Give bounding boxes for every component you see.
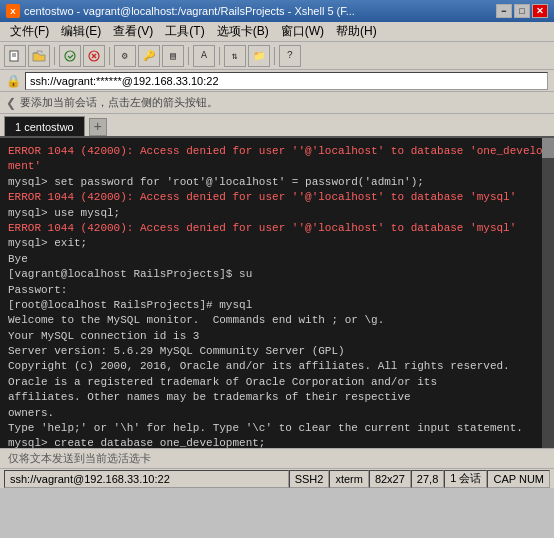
terminal-line: mysql> create database one_development; bbox=[8, 436, 546, 448]
terminal-line: mysql> set password for 'root'@'localhos… bbox=[8, 175, 546, 190]
key-button[interactable]: 🔑 bbox=[138, 45, 160, 67]
bottom-hint-bar: 仅将文本发送到当前选活选卡 bbox=[0, 448, 554, 468]
terminal-line: Bye bbox=[8, 252, 546, 267]
terminal-line: Copyright (c) 2000, 2016, Oracle and/or … bbox=[8, 359, 546, 374]
menu-bar: 文件(F) 编辑(E) 查看(V) 工具(T) 选项卡(B) 窗口(W) 帮助(… bbox=[0, 22, 554, 42]
address-input[interactable] bbox=[25, 72, 548, 90]
terminal-line: [vagrant@localhost RailsProjects]$ su bbox=[8, 267, 546, 282]
terminal-line: owners. bbox=[8, 406, 546, 421]
settings-button[interactable]: ⚙ bbox=[114, 45, 136, 67]
menu-view[interactable]: 查看(V) bbox=[107, 22, 159, 41]
font-button[interactable]: A bbox=[193, 45, 215, 67]
help-button[interactable]: ? bbox=[279, 45, 301, 67]
status-host: ssh://vagrant@192.168.33.10:22 bbox=[4, 470, 289, 488]
status-bar: ssh://vagrant@192.168.33.10:22 SSH2 xter… bbox=[0, 468, 554, 488]
tab-centostwo[interactable]: 1 centostwo bbox=[4, 116, 85, 136]
terminal-line: Oracle is a registered trademark of Orac… bbox=[8, 375, 546, 390]
status-caps: CAP NUM bbox=[487, 470, 550, 488]
terminal-line: mysql> exit; bbox=[8, 236, 546, 251]
window-title: centostwo - vagrant@localhost:/vagrant/R… bbox=[24, 5, 355, 17]
terminal-line: [root@localhost RailsProjects]# mysql bbox=[8, 298, 546, 313]
address-bar: 🔒 bbox=[0, 70, 554, 92]
toolbar-separator-5 bbox=[274, 47, 275, 65]
sftp-button[interactable]: ⇅ bbox=[224, 45, 246, 67]
hint-icon: ❮ bbox=[6, 96, 16, 110]
menu-tabs[interactable]: 选项卡(B) bbox=[211, 22, 275, 41]
toolbar-separator-2 bbox=[109, 47, 110, 65]
hint-bar: ❮ 要添加当前会话，点击左侧的箭头按钮。 bbox=[0, 92, 554, 114]
terminal-line: ERROR 1044 (42000): Access denied for us… bbox=[8, 144, 546, 159]
terminal[interactable]: ERROR 1044 (42000): Access denied for us… bbox=[0, 138, 554, 448]
hint-text: 要添加当前会话，点击左侧的箭头按钮。 bbox=[20, 95, 218, 110]
window-controls: − □ ✕ bbox=[496, 4, 548, 18]
menu-help[interactable]: 帮助(H) bbox=[330, 22, 383, 41]
toolbar: ⚙ 🔑 ▤ A ⇅ 📁 ? bbox=[0, 42, 554, 70]
address-icon: 🔒 bbox=[6, 74, 21, 88]
menu-file[interactable]: 文件(F) bbox=[4, 22, 55, 41]
minimize-button[interactable]: − bbox=[496, 4, 512, 18]
terminal-line: Type 'help;' or '\h' for help. Type '\c'… bbox=[8, 421, 546, 436]
menu-tools[interactable]: 工具(T) bbox=[159, 22, 210, 41]
tab-label: 1 centostwo bbox=[15, 121, 74, 133]
tab-add-button[interactable]: + bbox=[89, 118, 107, 136]
terminal-line: Your MySQL connection id is 3 bbox=[8, 329, 546, 344]
menu-edit[interactable]: 编辑(E) bbox=[55, 22, 107, 41]
status-term: xterm bbox=[329, 470, 369, 488]
terminal-scrollbar[interactable] bbox=[542, 138, 554, 448]
open-button[interactable] bbox=[28, 45, 50, 67]
terminal-content: ERROR 1044 (42000): Access denied for us… bbox=[8, 144, 546, 448]
bottom-hint-text: 仅将文本发送到当前选活选卡 bbox=[8, 451, 151, 466]
terminal-line: affiliates. Other names may be trademark… bbox=[8, 390, 546, 405]
new-session-button[interactable] bbox=[4, 45, 26, 67]
toolbar-separator-1 bbox=[54, 47, 55, 65]
status-cursor: 27,8 bbox=[411, 470, 444, 488]
terminal-line: ment' bbox=[8, 159, 546, 174]
terminal-line: Welcome to the MySQL monitor. Commands e… bbox=[8, 313, 546, 328]
close-button[interactable]: ✕ bbox=[532, 4, 548, 18]
disconnect-button[interactable] bbox=[83, 45, 105, 67]
connect-button[interactable] bbox=[59, 45, 81, 67]
menu-window[interactable]: 窗口(W) bbox=[275, 22, 330, 41]
terminal-line: Passwort: bbox=[8, 283, 546, 298]
svg-point-3 bbox=[65, 51, 75, 61]
transfer-button[interactable]: 📁 bbox=[248, 45, 270, 67]
maximize-button[interactable]: □ bbox=[514, 4, 530, 18]
title-bar: X centostwo - vagrant@localhost:/vagrant… bbox=[0, 0, 554, 22]
status-sessions: 1 会话 bbox=[444, 470, 487, 488]
terminal-line: mysql> use mysql; bbox=[8, 206, 546, 221]
toolbar-separator-3 bbox=[188, 47, 189, 65]
terminal-button[interactable]: ▤ bbox=[162, 45, 184, 67]
status-protocol: SSH2 bbox=[289, 470, 330, 488]
terminal-line: ERROR 1044 (42000): Access denied for us… bbox=[8, 190, 546, 205]
terminal-line: Server version: 5.6.29 MySQL Community S… bbox=[8, 344, 546, 359]
tab-bar: 1 centostwo + bbox=[0, 114, 554, 138]
status-size: 82x27 bbox=[369, 470, 411, 488]
terminal-scroll-thumb[interactable] bbox=[542, 138, 554, 158]
terminal-line: ERROR 1044 (42000): Access denied for us… bbox=[8, 221, 546, 236]
app-icon: X bbox=[6, 4, 20, 18]
toolbar-separator-4 bbox=[219, 47, 220, 65]
